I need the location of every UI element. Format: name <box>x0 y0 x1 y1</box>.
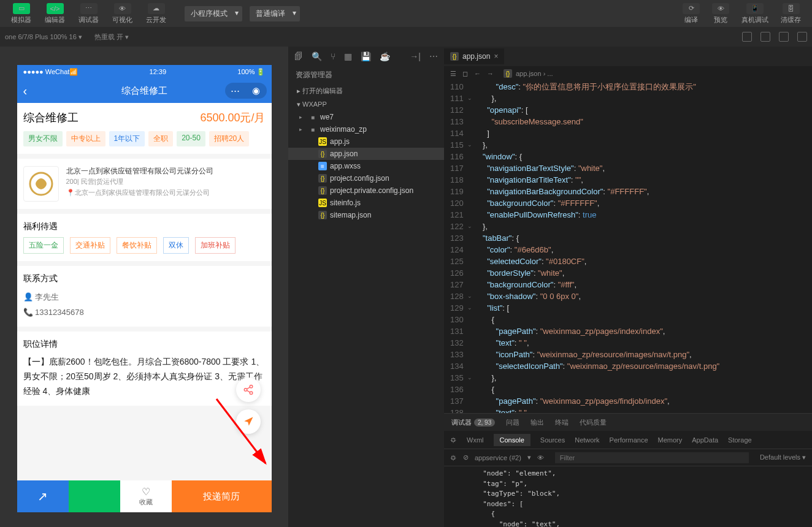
simulator-toggle[interactable]: ▭模拟器 <box>5 1 37 27</box>
explorer-title: 资源管理器 <box>288 66 444 84</box>
levels-select[interactable]: Default levels ▾ <box>760 453 806 461</box>
save-icon[interactable]: 💾 <box>361 51 371 61</box>
grid-icon[interactable]: ▦ <box>344 51 352 61</box>
device-select[interactable]: one 6/7/8 Plus 100% 16 ▾ <box>5 33 82 41</box>
bottom-bar: ↗ 📞电话 ♡收藏 投递简历 <box>17 480 272 512</box>
company-name[interactable]: 北京一点到家供应链管理有限公司元谋分公司 <box>66 166 266 176</box>
more-icon[interactable]: ⋯ <box>429 51 438 61</box>
open-editors-section[interactable]: ▸ 打开的编辑器 <box>288 84 444 98</box>
page-title: 综合维修工 <box>121 85 167 97</box>
devtools-panel-tab[interactable]: Performance <box>610 436 648 444</box>
contact-phone[interactable]: 📞 13312345678 <box>23 305 266 319</box>
float-share-button[interactable] <box>236 377 261 402</box>
code-area[interactable]: "desc": "你的位置信息将用于小程序位置接口的效果展示" }, "open… <box>478 81 720 413</box>
filter-input[interactable] <box>555 452 749 463</box>
terminal-tab[interactable]: 终端 <box>555 418 569 427</box>
tree-item[interactable]: ≡app.wxss <box>288 160 444 172</box>
tree-item[interactable]: JSapp.js <box>288 135 444 148</box>
devtools-panel-tab[interactable]: Storage <box>728 436 752 444</box>
coffee-icon[interactable]: ☕ <box>380 51 390 61</box>
console-output[interactable]: "node": "element", "tag": "p", "tagType"… <box>444 466 812 527</box>
svg-line-5 <box>247 390 250 392</box>
bookmark-icon[interactable]: ◻ <box>462 70 468 78</box>
job-tag: 全职 <box>148 131 173 146</box>
cut-icon[interactable] <box>797 32 807 42</box>
search-icon[interactable]: 🔍 <box>312 51 322 61</box>
phone-button[interactable]: 📞电话 <box>69 480 120 512</box>
files-icon[interactable]: 🗐 <box>294 51 303 61</box>
remote-debug-button[interactable]: 📱真机调试 <box>735 1 775 27</box>
nav-bar: ‹ 综合维修工 ⋯◉ <box>17 78 272 103</box>
job-tag: 男女不限 <box>23 131 63 146</box>
element-picker-icon[interactable]: ⯐ <box>450 436 457 444</box>
output-tab[interactable]: 输出 <box>530 418 544 427</box>
devtools-panel-tab[interactable]: Memory <box>658 436 683 444</box>
tree-item[interactable]: ▸■weixinmao_zp <box>288 123 444 135</box>
tree-item[interactable]: {}project.private.config.json <box>288 184 444 197</box>
nav-fwd-icon[interactable]: → <box>487 70 494 78</box>
submit-button[interactable]: 投递简历 <box>172 480 272 512</box>
job-description: 【一】底薪2600！包吃包住。月综合工资6800-7800 工要求 1、男女不限… <box>23 355 266 398</box>
cloud-toggle[interactable]: ☁云开发 <box>140 1 172 27</box>
svg-point-2 <box>244 389 247 392</box>
problems-tab[interactable]: 问题 <box>506 418 519 427</box>
tree-item[interactable]: JSsiteinfo.js <box>288 197 444 209</box>
benefit-tag: 五险一金 <box>23 237 64 254</box>
share-button[interactable]: ↗ <box>17 480 69 512</box>
sub-toolbar: one 6/7/8 Plus 100% 16 ▾ 热重载 开 ▾ <box>0 27 812 47</box>
eye-icon[interactable]: 👁 <box>537 454 544 461</box>
editor-tab[interactable]: {}app.json× <box>444 48 504 64</box>
main-toolbar: ▭模拟器 </>编辑器 ⋯调试器 👁可视化 ☁云开发 小程序模式 普通编译 ⟳编… <box>0 0 812 27</box>
capsule[interactable]: ⋯◉ <box>225 83 267 99</box>
benefit-tag: 加班补贴 <box>195 237 236 254</box>
page-content[interactable]: 综合维修工 6500.00元/月 男女不限中专以上1年以下全职20-50招聘20… <box>17 103 272 480</box>
mode-dropdown[interactable]: 小程序模式 <box>185 6 242 21</box>
svg-point-1 <box>250 385 253 389</box>
editor-toggle[interactable]: </>编辑器 <box>39 1 71 27</box>
hotreload-toggle[interactable]: 热重载 开 ▾ <box>94 32 129 42</box>
compile-button[interactable]: ⟳编译 <box>676 1 706 27</box>
devtools-panel-tab[interactable]: AppData <box>692 436 718 444</box>
favorite-button[interactable]: ♡收藏 <box>120 480 172 512</box>
devtools-panel-tab[interactable]: Console <box>494 434 530 446</box>
tree-item[interactable]: {}sitemap.json <box>288 209 444 221</box>
back-icon[interactable]: ‹ <box>23 84 28 98</box>
rotate-icon[interactable] <box>779 32 789 42</box>
devtools-panel-tab[interactable]: Wxml <box>467 436 484 444</box>
benefit-tag: 餐饮补贴 <box>117 237 157 254</box>
phone-frame: ●●●●● WeChat📶 12:39 100% 🔋 ‹ 综合维修工 ⋯◉ 综合… <box>17 65 272 512</box>
tree-item[interactable]: ▸■we7 <box>288 111 444 123</box>
devtools-panel-tab[interactable]: Network <box>575 436 599 444</box>
clear-cache-button[interactable]: 🗄清缓存 <box>775 1 807 27</box>
preview-button[interactable]: 👁预览 <box>706 1 735 27</box>
simulator-panel: ●●●●● WeChat📶 12:39 100% 🔋 ‹ 综合维修工 ⋯◉ 综合… <box>0 47 288 527</box>
float-nav-button[interactable] <box>236 409 261 434</box>
tree-item[interactable]: {}project.config.json <box>288 172 444 184</box>
debugger-tab[interactable]: 调试器2, 93 <box>451 418 495 427</box>
contact-name: 👤 李先生 <box>23 289 266 305</box>
tree-item[interactable]: {}app.json <box>288 148 444 160</box>
clear-icon[interactable]: ⊘ <box>463 453 469 461</box>
context-select[interactable]: appservice (#2) <box>475 454 521 461</box>
root-section[interactable]: ▾ WXAPP <box>288 98 444 111</box>
refresh-icon[interactable] <box>742 32 752 42</box>
company-logo[interactable] <box>23 166 59 202</box>
visual-toggle[interactable]: 👁可视化 <box>106 1 139 27</box>
branch-icon[interactable]: ⑂ <box>331 51 335 61</box>
job-tag: 1年以下 <box>109 131 145 146</box>
collapse-icon[interactable]: →| <box>410 51 421 61</box>
job-title: 综合维修工 <box>23 110 79 125</box>
menu-icon[interactable]: ☰ <box>450 70 456 78</box>
nav-back-icon[interactable]: ← <box>474 70 481 78</box>
breadcrumb: ☰◻←→ {}app.json › ... <box>444 66 812 81</box>
close-tab-icon[interactable]: × <box>494 52 498 61</box>
inspect-icon[interactable]: ⯐ <box>450 454 457 461</box>
devtools-panel-tab[interactable]: Sources <box>540 436 565 444</box>
quality-tab[interactable]: 代码质量 <box>580 418 607 427</box>
debugger-toggle[interactable]: ⋯调试器 <box>72 1 105 27</box>
home-icon[interactable] <box>760 32 770 42</box>
job-tag: 20-50 <box>177 131 205 146</box>
compile-dropdown[interactable]: 普通编译 <box>250 6 300 21</box>
salary: 6500.00元/月 <box>200 110 265 125</box>
job-tag: 招聘20人 <box>209 131 249 146</box>
